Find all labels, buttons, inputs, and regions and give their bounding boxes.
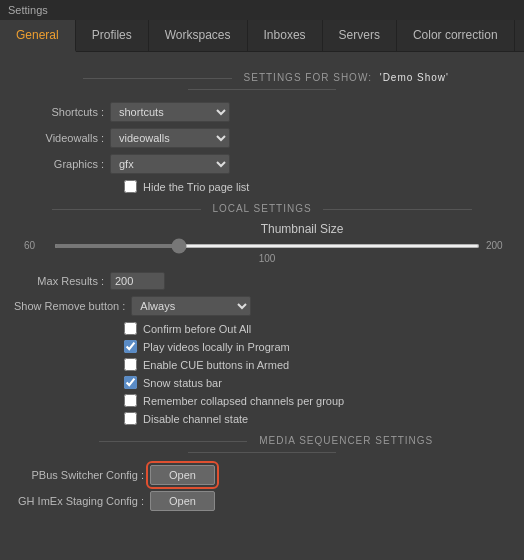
remember-collapsed-label[interactable]: Remember collapsed channels per group — [143, 395, 344, 407]
disable-channel-state-row: Disable channel state — [124, 412, 510, 425]
remember-collapsed-checkbox[interactable] — [124, 394, 137, 407]
gh-imex-label: GH ImEx Staging Config : — [14, 495, 144, 507]
gh-imex-row: GH ImEx Staging Config : Open — [14, 491, 510, 511]
videowalls-label: Videowalls : — [14, 132, 104, 144]
tab-inboxes[interactable]: Inboxes — [248, 20, 323, 51]
main-content: SETTINGS FOR SHOW: 'Demo Show' Shortcuts… — [0, 52, 524, 554]
pbus-row: PBus Switcher Config : Open — [14, 465, 510, 485]
gh-imex-open-button[interactable]: Open — [150, 491, 215, 511]
pbus-open-button[interactable]: Open — [150, 465, 215, 485]
title-bar: Settings — [0, 0, 524, 20]
hide-trio-row: Hide the Trio page list — [124, 180, 510, 193]
tab-color-correction[interactable]: Color correction — [397, 20, 515, 51]
graphics-label: Graphics : — [14, 158, 104, 170]
play-videos-checkbox[interactable] — [124, 340, 137, 353]
graphics-row: Graphics : gfx — [14, 154, 510, 174]
shortcuts-select[interactable]: shortcuts — [110, 102, 230, 122]
thumbnail-size-section: Thumbnail Size 60 200 100 — [14, 222, 510, 264]
title-label: Settings — [8, 4, 48, 16]
show-status-bar-checkbox[interactable] — [124, 376, 137, 389]
disable-channel-state-checkbox[interactable] — [124, 412, 137, 425]
show-remove-label: Show Remove button : — [14, 300, 125, 312]
thumbnail-size-label: Thumbnail Size — [94, 222, 510, 236]
tab-servers[interactable]: Servers — [323, 20, 397, 51]
hide-trio-checkbox[interactable] — [124, 180, 137, 193]
slider-value: 100 — [24, 253, 510, 264]
enable-cue-checkbox[interactable] — [124, 358, 137, 371]
slider-max: 200 — [486, 240, 510, 251]
videowalls-row: Videowalls : videowalls — [14, 128, 510, 148]
tab-bar: General Profiles Workspaces Inboxes Serv… — [0, 20, 524, 52]
confirm-out-all-checkbox[interactable] — [124, 322, 137, 335]
max-results-input[interactable] — [110, 272, 165, 290]
confirm-out-all-row: Confirm before Out All — [124, 322, 510, 335]
show-remove-row: Show Remove button : Always — [14, 296, 510, 316]
show-status-bar-label[interactable]: Snow status bar — [143, 377, 222, 389]
shortcuts-label: Shortcuts : — [14, 106, 104, 118]
tab-general[interactable]: General — [0, 20, 76, 52]
settings-for-show-header: SETTINGS FOR SHOW: 'Demo Show' — [14, 72, 510, 94]
tab-workspaces[interactable]: Workspaces — [149, 20, 248, 51]
pbus-label: PBus Switcher Config : — [14, 469, 144, 481]
play-videos-row: Play videos locally in Program — [124, 340, 510, 353]
slider-container: 60 200 — [24, 240, 510, 251]
max-results-row: Max Results : — [14, 272, 510, 290]
confirm-out-all-label[interactable]: Confirm before Out All — [143, 323, 251, 335]
tab-profiles[interactable]: Profiles — [76, 20, 149, 51]
graphics-select[interactable]: gfx — [110, 154, 230, 174]
local-settings-header: LOCAL SETTINGS — [14, 203, 510, 214]
slider-min: 60 — [24, 240, 48, 251]
videowalls-select[interactable]: videowalls — [110, 128, 230, 148]
show-status-bar-row: Snow status bar — [124, 376, 510, 389]
media-sequencer-header: MEDIA SEQUENCER SETTINGS — [14, 435, 510, 457]
remember-collapsed-row: Remember collapsed channels per group — [124, 394, 510, 407]
max-results-label: Max Results : — [14, 275, 104, 287]
enable-cue-row: Enable CUE buttons in Armed — [124, 358, 510, 371]
disable-channel-state-label[interactable]: Disable channel state — [143, 413, 248, 425]
show-remove-select[interactable]: Always — [131, 296, 251, 316]
enable-cue-label[interactable]: Enable CUE buttons in Armed — [143, 359, 289, 371]
shortcuts-row: Shortcuts : shortcuts — [14, 102, 510, 122]
hide-trio-label[interactable]: Hide the Trio page list — [143, 181, 249, 193]
thumbnail-size-slider[interactable] — [54, 244, 480, 248]
play-videos-label[interactable]: Play videos locally in Program — [143, 341, 290, 353]
